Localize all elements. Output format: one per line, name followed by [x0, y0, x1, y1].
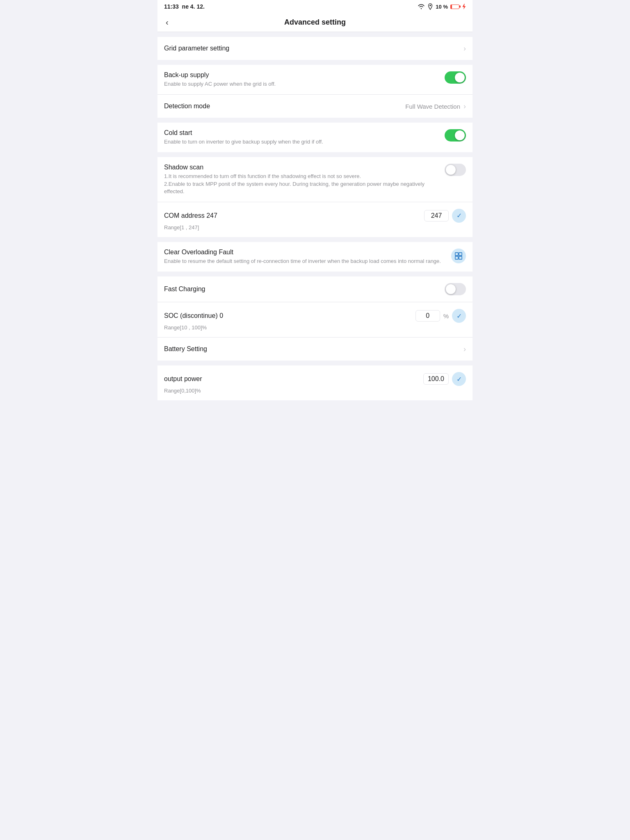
- shadow-scan-toggle[interactable]: [445, 164, 466, 176]
- fast-charging-item: Fast Charging: [158, 276, 472, 302]
- svg-rect-2: [459, 253, 462, 256]
- shadow-scan-title: Shadow scan: [164, 164, 440, 171]
- com-address-value[interactable]: 247: [424, 210, 449, 221]
- settings-group-grid: Grid parameter setting ›: [158, 37, 472, 60]
- svg-rect-3: [455, 256, 458, 259]
- soc-percent-label: %: [443, 313, 449, 320]
- output-power-value[interactable]: 100.0: [423, 373, 449, 385]
- backup-supply-toggle[interactable]: [445, 71, 466, 84]
- backup-supply-title: Back-up supply: [164, 71, 440, 79]
- com-address-range: Range[1 , 247]: [164, 224, 199, 231]
- cold-start-desc: Enable to turn on inverter to give backu…: [164, 138, 440, 146]
- battery-setting-item[interactable]: Battery Setting ›: [158, 338, 472, 361]
- settings-group-output: output power 100.0 ✓ Range[0,100]%: [158, 365, 472, 400]
- back-button[interactable]: ‹: [164, 16, 170, 29]
- clear-overloading-desc: Enable to resume the default setting of …: [164, 258, 446, 265]
- svg-rect-1: [455, 253, 458, 256]
- soc-value[interactable]: 0: [415, 310, 440, 322]
- soc-title: SOC (discontinue) 0: [164, 312, 223, 320]
- grid-parameter-chevron: ›: [463, 44, 466, 53]
- clear-overloading-item: Clear Overloading Fault Enable to resume…: [158, 242, 472, 272]
- detection-mode-value: Full Wave Detection: [405, 103, 460, 110]
- fault-svg-icon: [454, 252, 463, 260]
- location-icon: [427, 3, 433, 10]
- com-address-title: COM address 247: [164, 212, 217, 219]
- charging-icon: [462, 3, 466, 10]
- status-icons: 10 %: [418, 3, 466, 10]
- status-time-date: 11:33 ne 4. 12.: [164, 3, 205, 10]
- cold-start-toggle[interactable]: [445, 129, 466, 142]
- bottom-spacer: [158, 400, 472, 425]
- soc-confirm-button[interactable]: ✓: [452, 309, 466, 323]
- soc-range: Range[10 , 100]%: [164, 324, 207, 331]
- cold-start-item: Cold start Enable to turn on inverter to…: [158, 123, 472, 152]
- settings-group-overload: Clear Overloading Fault Enable to resume…: [158, 242, 472, 272]
- output-power-confirm-button[interactable]: ✓: [452, 372, 466, 386]
- wifi-icon: [418, 4, 425, 9]
- detection-mode-chevron: ›: [463, 102, 466, 111]
- section-gap-3: [158, 118, 472, 123]
- section-gap-7: [158, 361, 472, 365]
- battery-setting-chevron: ›: [463, 345, 466, 354]
- backup-supply-desc: Enable to supply AC power when the grid …: [164, 80, 440, 88]
- section-gap-4: [158, 152, 472, 157]
- svg-point-0: [430, 5, 431, 7]
- soc-item: SOC (discontinue) 0 0 % ✓ Range[10 , 100…: [158, 302, 472, 338]
- battery-icon: [450, 5, 459, 9]
- cold-start-title: Cold start: [164, 129, 440, 137]
- status-bar: 11:33 ne 4. 12. 10 %: [158, 0, 472, 13]
- page-title: Advanced setting: [284, 18, 346, 27]
- section-gap-6: [158, 272, 472, 276]
- detection-mode-item[interactable]: Detection mode Full Wave Detection ›: [158, 95, 472, 118]
- grid-parameter-title: Grid parameter setting: [164, 45, 459, 52]
- fast-charging-title: Fast Charging: [164, 285, 440, 293]
- output-power-range: Range[0,100]%: [164, 388, 201, 394]
- fast-charging-toggle[interactable]: [445, 283, 466, 295]
- clear-overloading-title: Clear Overloading Fault: [164, 249, 446, 256]
- com-address-confirm-button[interactable]: ✓: [452, 209, 466, 223]
- battery-setting-title: Battery Setting: [164, 345, 459, 353]
- svg-rect-4: [459, 256, 462, 259]
- status-time: 11:33: [164, 3, 179, 10]
- backup-supply-item: Back-up supply Enable to supply AC power…: [158, 65, 472, 95]
- settings-group-backup: Back-up supply Enable to supply AC power…: [158, 65, 472, 118]
- settings-group-shadow: Shadow scan 1.It is recommended to turn …: [158, 157, 472, 237]
- section-gap-1: [158, 32, 472, 37]
- shadow-scan-item: Shadow scan 1.It is recommended to turn …: [158, 157, 472, 202]
- shadow-scan-desc: 1.It is recommended to turn off this fun…: [164, 173, 440, 195]
- status-date: ne 4. 12.: [182, 3, 205, 10]
- battery-percent: 10 %: [436, 4, 448, 10]
- settings-group-cold: Cold start Enable to turn on inverter to…: [158, 123, 472, 152]
- output-power-item: output power 100.0 ✓ Range[0,100]%: [158, 365, 472, 400]
- section-gap-2: [158, 60, 472, 65]
- grid-parameter-item[interactable]: Grid parameter setting ›: [158, 37, 472, 60]
- output-power-title: output power: [164, 375, 202, 383]
- section-gap-5: [158, 237, 472, 242]
- clear-fault-icon[interactable]: [451, 249, 466, 263]
- nav-bar: ‹ Advanced setting: [158, 13, 472, 32]
- detection-mode-title: Detection mode: [164, 103, 400, 110]
- settings-group-charging: Fast Charging SOC (discontinue) 0 0 % ✓ …: [158, 276, 472, 361]
- com-address-item: COM address 247 247 ✓ Range[1 , 247]: [158, 202, 472, 237]
